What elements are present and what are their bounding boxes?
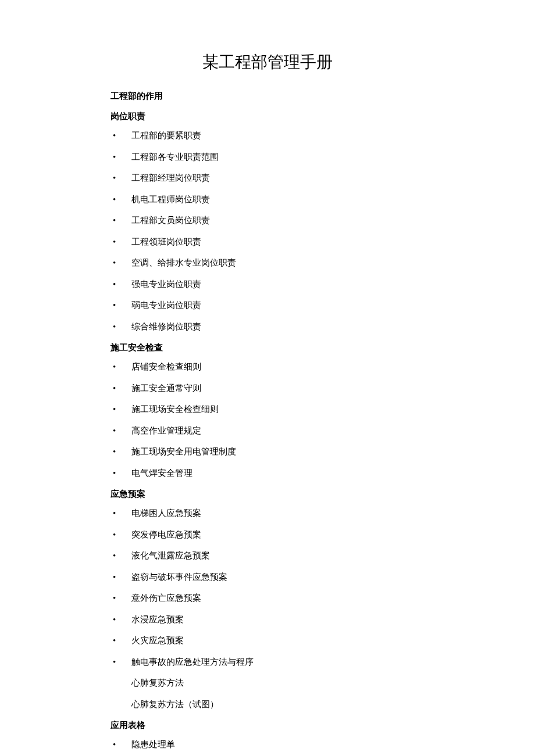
list-item: 工程部经理岗位职责 xyxy=(110,171,425,185)
list-item: 工程领班岗位职责 xyxy=(110,235,425,249)
page-title: 某工程部管理手册 xyxy=(110,51,425,73)
list-item: 隐患处理单 xyxy=(110,738,425,751)
list-item: 弱电专业岗位职责 xyxy=(110,299,425,312)
list-item: 突发停电应急预案 xyxy=(110,528,425,542)
list-item: 施工现场安全用电管理制度 xyxy=(110,445,425,458)
list-item: 火灾应急预案 xyxy=(110,634,425,647)
section-heading: 岗位职责 xyxy=(110,111,425,122)
list-item: 心肺复苏方法 xyxy=(110,676,425,690)
list-item: 店铺安全检查细则 xyxy=(110,360,425,374)
section-list: 店铺安全检查细则施工安全通常守则施工现场安全检查细则高空作业管理规定施工现场安全… xyxy=(110,360,425,479)
list-item: 高空作业管理规定 xyxy=(110,424,425,438)
section-heading: 应用表格 xyxy=(110,720,425,731)
list-item: 强电专业岗位职责 xyxy=(110,278,425,291)
section-heading: 施工安全检查 xyxy=(110,342,425,353)
list-item: 液化气泄露应急预案 xyxy=(110,549,425,562)
list-item: 水浸应急预案 xyxy=(110,613,425,626)
list-item: 综合维修岗位职责 xyxy=(110,320,425,334)
section-list: 工程部的要紧职责工程部各专业职责范围工程部经理岗位职责机电工程师岗位职责工程部文… xyxy=(110,129,425,333)
section-heading: 应急预案 xyxy=(110,489,425,500)
list-item: 意外伤亡应急预案 xyxy=(110,592,425,605)
list-item: 施工安全通常守则 xyxy=(110,382,425,395)
section-list: 隐患处理单隐患整改通知单 xyxy=(110,738,425,756)
content-container: 工程部的作用岗位职责工程部的要紧职责工程部各专业职责范围工程部经理岗位职责机电工… xyxy=(110,91,425,756)
list-item: 空调、给排水专业岗位职责 xyxy=(110,256,425,270)
list-item: 触电事故的应急处理方法与程序 xyxy=(110,655,425,669)
list-item: 施工现场安全检查细则 xyxy=(110,403,425,416)
list-item: 机电工程师岗位职责 xyxy=(110,193,425,206)
list-item: 工程部文员岗位职责 xyxy=(110,214,425,227)
list-item: 心肺复苏方法（试图） xyxy=(110,698,425,711)
section-list: 电梯困人应急预案突发停电应急预案液化气泄露应急预案盗窃与破坏事件应急预案意外伤亡… xyxy=(110,507,425,711)
list-item: 电气焊安全管理 xyxy=(110,467,425,480)
section-heading: 工程部的作用 xyxy=(110,91,425,102)
list-item: 电梯困人应急预案 xyxy=(110,507,425,520)
list-item: 盗窃与破坏事件应急预案 xyxy=(110,571,425,584)
list-item: 工程部各专业职责范围 xyxy=(110,151,425,164)
list-item: 工程部的要紧职责 xyxy=(110,129,425,142)
